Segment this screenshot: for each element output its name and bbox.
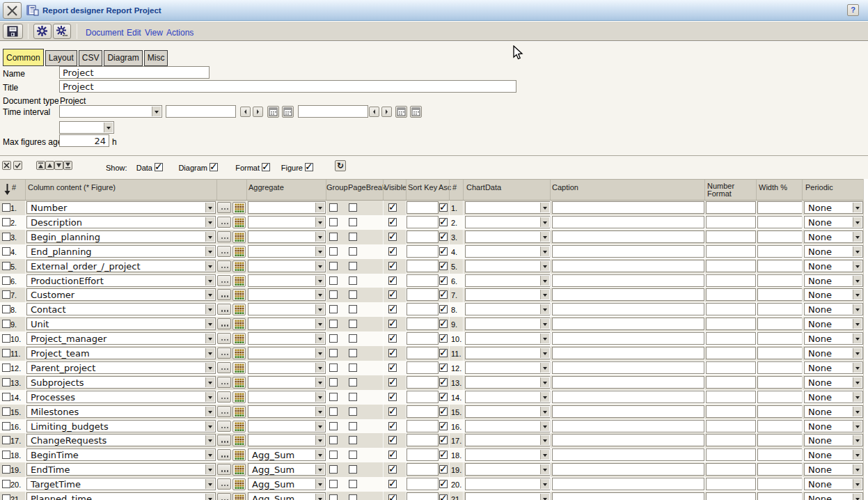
width-percent-input[interactable] bbox=[757, 260, 803, 272]
width-percent-input[interactable] bbox=[757, 463, 803, 476]
row-select-checkbox[interactable] bbox=[2, 436, 10, 444]
row-select-checkbox[interactable] bbox=[2, 290, 10, 299]
group-checkbox[interactable] bbox=[329, 378, 338, 386]
sort-key-input[interactable] bbox=[407, 347, 439, 359]
pagebreak-checkbox[interactable] bbox=[349, 290, 357, 299]
ellipsis-button[interactable] bbox=[217, 391, 231, 403]
number-format-input[interactable] bbox=[706, 245, 756, 258]
periodic-dropdown[interactable]: None bbox=[804, 405, 863, 418]
width-percent-input[interactable] bbox=[757, 201, 803, 214]
width-percent-input[interactable] bbox=[757, 347, 803, 359]
visible-checkbox[interactable] bbox=[388, 422, 397, 430]
column-content-dropdown[interactable]: TargetTime bbox=[26, 478, 216, 490]
group-checkbox[interactable] bbox=[329, 480, 338, 488]
header-width[interactable]: Width % bbox=[759, 183, 787, 192]
time-to-input[interactable] bbox=[298, 105, 368, 118]
width-percent-input[interactable] bbox=[757, 361, 803, 374]
column-content-dropdown[interactable]: BeginTime bbox=[26, 448, 216, 461]
header-hash[interactable]: # bbox=[12, 183, 16, 192]
width-percent-input[interactable] bbox=[757, 478, 803, 490]
group-checkbox[interactable] bbox=[329, 290, 338, 299]
pagebreak-checkbox[interactable] bbox=[349, 247, 357, 256]
caption-input[interactable] bbox=[552, 376, 704, 389]
group-checkbox[interactable] bbox=[329, 320, 338, 328]
aggregate-dropdown[interactable] bbox=[248, 303, 326, 315]
periodic-dropdown[interactable]: None bbox=[804, 245, 863, 258]
row-select-checkbox[interactable] bbox=[2, 480, 10, 488]
row-select-checkbox[interactable] bbox=[2, 451, 10, 459]
asc-checkbox[interactable] bbox=[439, 494, 448, 500]
pagebreak-checkbox[interactable] bbox=[349, 378, 357, 386]
caption-input[interactable] bbox=[552, 216, 704, 228]
caption-input[interactable] bbox=[552, 434, 704, 446]
aggregate-dropdown[interactable] bbox=[248, 361, 326, 374]
asc-checkbox[interactable] bbox=[439, 451, 448, 459]
aggregate-dropdown[interactable]: Agg_Sum bbox=[248, 478, 326, 490]
aggregate-dropdown[interactable]: Agg_Sum bbox=[248, 463, 326, 476]
ellipsis-button[interactable] bbox=[217, 449, 231, 460]
aggregate-dropdown[interactable] bbox=[248, 318, 326, 330]
sort-key-input[interactable] bbox=[407, 361, 439, 374]
group-checkbox[interactable] bbox=[329, 276, 338, 285]
aggregate-dropdown[interactable] bbox=[248, 391, 326, 403]
number-format-input[interactable] bbox=[706, 391, 756, 403]
aggregate-dropdown[interactable] bbox=[248, 288, 326, 301]
number-format-input[interactable] bbox=[706, 420, 756, 432]
save-button[interactable] bbox=[3, 24, 23, 39]
pagebreak-checkbox[interactable] bbox=[349, 349, 357, 357]
width-percent-input[interactable] bbox=[757, 288, 803, 301]
caption-input[interactable] bbox=[552, 303, 704, 315]
width-percent-input[interactable] bbox=[757, 376, 803, 389]
periodic-dropdown[interactable]: None bbox=[804, 318, 863, 330]
periodic-dropdown[interactable]: None bbox=[804, 347, 863, 359]
row-select-checkbox[interactable] bbox=[2, 218, 10, 226]
width-percent-input[interactable] bbox=[757, 274, 803, 287]
pagebreak-checkbox[interactable] bbox=[349, 305, 357, 313]
visible-checkbox[interactable] bbox=[388, 203, 397, 212]
column-content-dropdown[interactable]: Project_manager bbox=[26, 332, 216, 345]
width-percent-input[interactable] bbox=[757, 303, 803, 315]
figure-grid-button[interactable] bbox=[232, 347, 246, 359]
row-select-checkbox[interactable] bbox=[2, 334, 10, 343]
time-from-input[interactable] bbox=[166, 105, 236, 118]
width-percent-input[interactable] bbox=[757, 492, 803, 500]
ellipsis-button[interactable] bbox=[217, 435, 231, 446]
visible-checkbox[interactable] bbox=[388, 247, 397, 256]
figure-grid-button[interactable] bbox=[232, 478, 246, 490]
number-format-input[interactable] bbox=[706, 347, 756, 359]
pagebreak-checkbox[interactable] bbox=[349, 276, 357, 285]
chartdata-dropdown[interactable] bbox=[465, 231, 551, 243]
tab-common[interactable]: Common bbox=[3, 49, 44, 66]
column-content-dropdown[interactable]: Customer bbox=[26, 288, 216, 301]
group-checkbox[interactable] bbox=[329, 247, 338, 256]
ellipsis-button[interactable] bbox=[217, 260, 231, 272]
ellipsis-button[interactable] bbox=[217, 347, 231, 359]
chartdata-dropdown[interactable] bbox=[465, 434, 551, 446]
figure-grid-button[interactable] bbox=[232, 333, 246, 345]
sort-key-input[interactable] bbox=[407, 274, 439, 287]
run-report-button[interactable] bbox=[33, 24, 52, 39]
row-select-checkbox[interactable] bbox=[2, 378, 10, 386]
ellipsis-button[interactable] bbox=[217, 246, 231, 257]
asc-checkbox[interactable] bbox=[439, 233, 448, 241]
periodic-dropdown[interactable]: None bbox=[804, 391, 863, 403]
column-content-dropdown[interactable]: Subprojects bbox=[26, 376, 216, 389]
group-checkbox[interactable] bbox=[329, 494, 338, 500]
tab-csv[interactable]: CSV bbox=[79, 50, 103, 66]
ellipsis-button[interactable] bbox=[217, 289, 231, 300]
aggregate-dropdown[interactable] bbox=[248, 420, 326, 432]
periodic-dropdown[interactable]: None bbox=[804, 478, 863, 490]
figure-grid-button[interactable] bbox=[232, 217, 246, 228]
sort-key-input[interactable] bbox=[407, 216, 439, 228]
asc-checkbox[interactable] bbox=[439, 320, 448, 328]
caption-input[interactable] bbox=[552, 361, 704, 374]
periodic-dropdown[interactable]: None bbox=[804, 434, 863, 446]
visible-checkbox[interactable] bbox=[388, 218, 397, 226]
column-content-dropdown[interactable]: Unit bbox=[26, 318, 216, 330]
chartdata-dropdown[interactable] bbox=[465, 361, 551, 374]
deselect-all-button[interactable] bbox=[2, 161, 11, 170]
row-select-checkbox[interactable] bbox=[2, 422, 10, 430]
asc-checkbox[interactable] bbox=[439, 436, 448, 444]
ellipsis-button[interactable] bbox=[217, 493, 231, 500]
help-button[interactable]: ? bbox=[847, 4, 859, 16]
